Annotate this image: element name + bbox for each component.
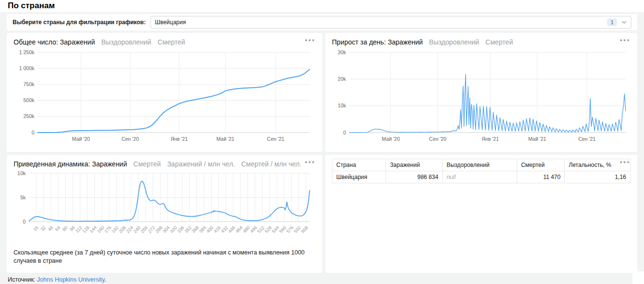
svg-text:Сен '20: Сен '20 [429, 136, 447, 142]
source-label: Источник: [8, 276, 35, 283]
col-header-deaths[interactable]: Смертей [517, 159, 565, 171]
chart-canvas-daily: Май '20Сен '20Янв '21Май '21Сен '21010k2… [332, 48, 630, 147]
cell-country: Швейцария [332, 171, 386, 183]
country-filter-value: Швейцария [155, 19, 607, 26]
svg-text:20k: 20k [338, 76, 346, 82]
charts-grid: Общее число:Заражений Выздоровлений Смер… [7, 33, 637, 273]
menu-ellipsis-icon[interactable]: ●●● [620, 39, 630, 42]
svg-text:750k: 750k [23, 81, 35, 87]
chart-header-daily: Прирост за день:Заражений Выздоровлений … [332, 37, 630, 47]
chart-panel-daily: Прирост за день:Заражений Выздоровлений … [325, 33, 637, 152]
svg-text:608: 608 [300, 225, 309, 234]
tab-infected-active[interactable]: Заражений [92, 160, 127, 168]
tab-infected-per-mln[interactable]: Заражений / млн чел. [167, 160, 235, 168]
svg-text:0: 0 [23, 219, 26, 224]
svg-text:1 250k: 1 250k [19, 49, 34, 55]
svg-text:16: 16 [32, 225, 39, 232]
svg-text:0: 0 [343, 130, 346, 135]
chart-header-total: Общее число:Заражений Выздоровлений Смер… [14, 37, 315, 47]
scrollbar-corner [632, 271, 644, 284]
svg-text:48: 48 [46, 225, 54, 232]
cell-recovered: null [442, 171, 517, 183]
cell-lethality: 1,16 [565, 171, 630, 183]
country-filter-panel: Выберите страны для фильтрации графиков:… [7, 14, 637, 30]
svg-text:Май '21: Май '21 [528, 136, 546, 142]
tab-deaths-per-mln[interactable]: Смертей / млн чел. [241, 160, 302, 168]
svg-text:64: 64 [54, 225, 61, 232]
chart-title-normalized: Приведенная динамика:Заражений [14, 160, 127, 168]
svg-text:30k: 30k [338, 49, 346, 55]
chart-title-total: Общее число:Заражений [14, 38, 95, 46]
svg-text:5k: 5k [20, 194, 26, 200]
svg-text:10k: 10k [17, 170, 26, 176]
table-row: Швейцария 986 834 null 11 470 1,16 [332, 171, 630, 183]
svg-text:Сен '21: Сен '21 [578, 136, 596, 142]
table-panel: ●●● Страна Заражений Выздоровлений Смерт… [325, 155, 637, 273]
svg-text:Май '20: Май '20 [382, 136, 400, 142]
source-footer: Источник: Johns Hopkins University. [8, 276, 637, 283]
svg-text:Май '20: Май '20 [72, 136, 90, 142]
svg-text:Сен '21: Сен '21 [267, 136, 285, 142]
selected-count-badge: 1 [607, 18, 617, 26]
svg-text:Янв '21: Янв '21 [170, 136, 188, 142]
tab-infected-active[interactable]: Заражений [60, 38, 95, 46]
table-header-row: Страна Заражений Выздоровлений Смертей Л… [332, 159, 630, 171]
chart-caption: Скользящее среднее (за 7 дней) суточное … [14, 249, 315, 265]
page-title: По странам [8, 1, 55, 10]
dashboard-content: Выберите страны для фильтрации графиков:… [0, 12, 644, 283]
col-header-infected[interactable]: Заражений [386, 159, 442, 171]
page-header: По странам [0, 0, 644, 12]
svg-text:Янв '21: Янв '21 [481, 136, 499, 142]
source-link[interactable]: Johns Hopkins University [37, 276, 104, 283]
tab-recovered[interactable]: Выздоровлений [101, 38, 151, 46]
svg-text:80: 80 [61, 225, 68, 232]
tab-infected-active[interactable]: Заражений [388, 38, 423, 46]
svg-text:Сен '20: Сен '20 [121, 136, 139, 142]
chart-canvas-total: Май '20Сен '20Янв '21Май '21Сен '210250k… [14, 48, 315, 147]
tab-deaths[interactable]: Смертей [485, 38, 513, 46]
cell-deaths: 11 470 [517, 171, 565, 183]
svg-text:0: 0 [31, 130, 34, 135]
menu-ellipsis-icon[interactable]: ●●● [620, 161, 630, 164]
svg-text:Май '21: Май '21 [216, 136, 234, 142]
svg-text:500k: 500k [23, 97, 35, 103]
svg-text:1 000k: 1 000k [19, 65, 34, 71]
tab-deaths[interactable]: Смертей [158, 38, 185, 46]
chart-canvas-normalized: 1632486480961121281441601761922082242402… [14, 170, 315, 246]
chevron-down-icon [621, 20, 627, 24]
country-filter-select[interactable]: Швейцария 1 [150, 16, 631, 29]
col-header-recovered[interactable]: Выздоровлений [442, 159, 517, 171]
svg-text:10k: 10k [338, 103, 346, 108]
tab-recovered[interactable]: Выздоровлений [429, 38, 479, 46]
svg-text:32: 32 [39, 225, 46, 232]
chart-panel-total: Общее число:Заражений Выздоровлений Смер… [7, 33, 322, 152]
country-filter-label: Выберите страны для фильтрации графиков: [13, 19, 146, 26]
col-header-country[interactable]: Страна [332, 159, 386, 171]
menu-ellipsis-icon[interactable]: ●●● [305, 161, 315, 164]
chart-header-normalized: Приведенная динамика:Заражений Смертей З… [14, 159, 315, 169]
cell-infected: 986 834 [386, 171, 442, 183]
svg-text:250k: 250k [23, 113, 35, 119]
chart-title-daily: Прирост за день:Заражений [332, 38, 423, 46]
chart-panel-normalized: Приведенная динамика:Заражений Смертей З… [7, 155, 322, 273]
country-stats-table: Страна Заражений Выздоровлений Смертей Л… [332, 159, 630, 183]
menu-ellipsis-icon[interactable]: ●●● [305, 39, 315, 42]
tab-deaths[interactable]: Смертей [134, 160, 161, 168]
